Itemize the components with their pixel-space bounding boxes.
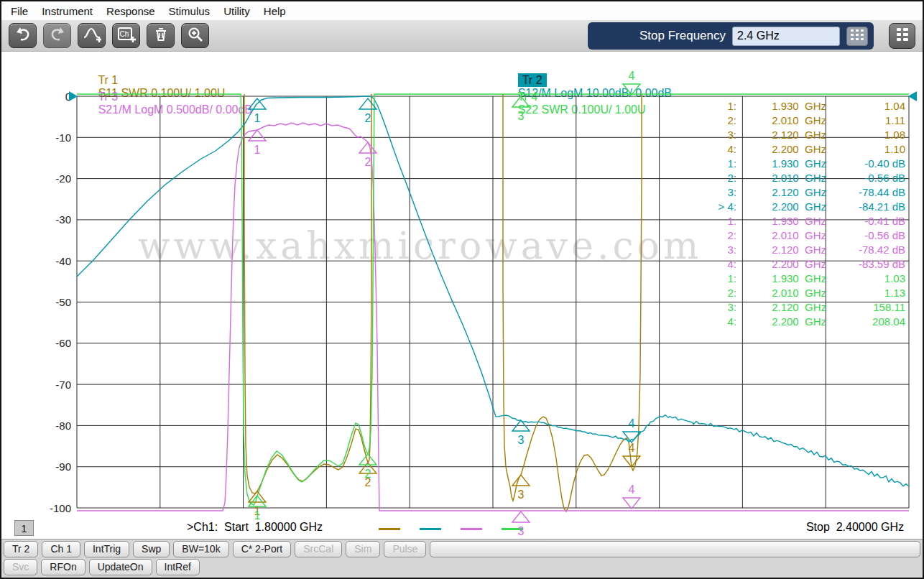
y-axis-label: -80	[55, 420, 71, 432]
trace-markers: 1234123412341234	[249, 70, 640, 537]
softkey-panel-toggle-button[interactable]	[889, 23, 915, 49]
marker-1-glyph[interactable]	[249, 496, 266, 506]
watermark: www.xahxmicrowave.com	[138, 224, 702, 267]
menu-help[interactable]: Help	[264, 5, 286, 17]
marker-1-label: 1	[254, 112, 261, 124]
marker-frequency: 2.010 GHz	[736, 228, 826, 243]
svg-text:Ch: Ch	[119, 30, 129, 38]
softkey-rfon[interactable]: RFOn	[41, 559, 85, 575]
legend-dash-tr4	[502, 528, 523, 530]
marker-frequency: 2.200 GHz	[736, 257, 826, 272]
softkey-c-2-port[interactable]: C* 2-Port	[233, 541, 292, 557]
marker-number: 1:	[708, 272, 736, 286]
delete-icon	[153, 27, 169, 45]
y-axis-labels: 0-10-20-30-40-50-60-70-80-90-100	[50, 91, 71, 514]
y-axis-label: -60	[55, 337, 71, 349]
menu-utility[interactable]: Utility	[223, 5, 250, 17]
marker-table-row: 2:2.010 GHz-0.56 dB	[708, 171, 905, 185]
trace3-selector[interactable]: Tr 3	[98, 91, 118, 103]
softkey-bw-10k[interactable]: BW=10k	[173, 541, 228, 557]
marker-frequency: 2.010 GHz	[736, 114, 826, 128]
marker-3-label: 3	[518, 488, 525, 501]
legend-dash-tr3	[461, 528, 482, 530]
marker-number: 2:	[708, 228, 736, 243]
marker-frequency: 1.930 GHz	[736, 214, 826, 228]
marker-2-glyph[interactable]	[359, 463, 376, 473]
menu-file[interactable]: File	[11, 5, 28, 17]
marker-value: 1.10	[826, 142, 905, 157]
y-axis-label: -90	[55, 460, 71, 473]
menu-bar: File Instrument Response Stimulus Utilit…	[1, 1, 923, 20]
marker-value: 1.08	[826, 128, 905, 142]
stop-frequency-input[interactable]	[732, 27, 840, 46]
marker-value: -78.42 dB	[826, 243, 905, 257]
marker-value: 1.13	[826, 286, 905, 300]
marker-number: 2:	[708, 286, 736, 300]
softkey-updateon[interactable]: UpdateOn	[89, 559, 152, 575]
marker-frequency: 1.930 GHz	[736, 157, 826, 171]
softkey-swp[interactable]: Swp	[133, 541, 170, 557]
marker-number: 4:	[708, 257, 736, 272]
redo-button[interactable]	[43, 23, 71, 48]
y-axis-label: -20	[55, 172, 71, 185]
marker-frequency: 2.120 GHz	[736, 128, 826, 142]
marker-4-glyph[interactable]	[623, 498, 640, 509]
y-axis-label: -10	[55, 131, 71, 144]
marker-value: -0.56 dB	[826, 171, 905, 185]
stop-frequency-text[interactable]: Stop 2.40000 GHz	[806, 521, 904, 534]
marker-3-glyph[interactable]	[512, 475, 530, 486]
marker-number: 3:	[708, 128, 736, 142]
add-trace-button[interactable]	[78, 23, 106, 48]
marker-table-row: 4:2.200 GHz1.10	[708, 142, 905, 157]
add-channel-button[interactable]: Ch	[112, 23, 140, 48]
marker-value: -78.44 dB	[826, 185, 905, 200]
menu-instrument[interactable]: Instrument	[42, 5, 93, 17]
trace3-format: S21/M LogM 0.500dB/ 0.00dB	[98, 103, 252, 116]
marker-frequency: 2.120 GHz	[736, 243, 826, 257]
softkey-svc: Svc	[4, 559, 37, 575]
marker-number: 2:	[708, 171, 736, 185]
marker-3-label: 3	[518, 434, 525, 446]
vna-application-window: File Instrument Response Stimulus Utilit…	[0, 0, 924, 579]
marker-frequency: 2.120 GHz	[736, 300, 826, 315]
keypad-button[interactable]	[846, 27, 868, 46]
marker-number: 1:	[708, 99, 736, 114]
softkey-row-1: Tr 2Ch 1IntTrigSwpBW=10kC* 2-PortSrcCalS…	[4, 541, 920, 558]
plot-area: www.xahxmicrowave.com Tr 1 S11 SWR 0.100…	[1, 52, 923, 539]
zoom-button[interactable]	[181, 23, 209, 48]
legend-dash-tr1	[379, 528, 400, 530]
softkey-ch-1[interactable]: Ch 1	[42, 541, 80, 557]
marker-1-glyph[interactable]	[249, 130, 266, 141]
marker-value: -83.59 dB	[826, 257, 905, 272]
menu-stimulus[interactable]: Stimulus	[169, 5, 211, 17]
start-frequency-text[interactable]: >Ch1: Start 1.80000 GHz	[187, 521, 323, 534]
softkey-inttrig[interactable]: IntTrig	[84, 541, 129, 557]
delete-button[interactable]	[147, 23, 175, 48]
y-axis-label: -40	[55, 255, 71, 267]
marker-4-glyph[interactable]	[623, 432, 640, 443]
marker-number: 1:	[708, 157, 736, 171]
softkey-tr-2[interactable]: Tr 2	[4, 541, 38, 557]
marker-2-label: 2	[365, 476, 371, 488]
softkey-sim: Sim	[346, 541, 380, 557]
undo-button[interactable]	[9, 23, 37, 48]
marker-value: 208.04	[826, 315, 905, 329]
marker-2-glyph[interactable]	[359, 142, 376, 153]
marker-number: > 4:	[708, 200, 736, 214]
trace1-s11-swr-curve-stopband	[503, 94, 642, 511]
marker-frequency: 1.930 GHz	[736, 99, 826, 114]
marker-table-row: 2:2.010 GHz1.13	[708, 286, 905, 300]
menu-response[interactable]: Response	[106, 5, 155, 17]
marker-4-glyph[interactable]	[623, 456, 640, 467]
marker-3-glyph[interactable]	[512, 420, 530, 431]
stop-frequency-label: Stop Frequency	[639, 29, 726, 43]
marker-value: 1.03	[826, 272, 905, 286]
marker-1-label: 1	[254, 144, 261, 156]
marker-readout-table: 1:1.930 GHz1.042:2.010 GHz1.113:2.120 GH…	[708, 99, 905, 329]
softkey-intref[interactable]: IntRef	[156, 559, 200, 575]
channel-badge: 1	[14, 520, 34, 536]
keypad-icon	[850, 29, 864, 44]
marker-1-glyph[interactable]	[249, 491, 266, 502]
marker-2-glyph[interactable]	[359, 98, 376, 109]
marker-2-label: 2	[365, 112, 371, 124]
